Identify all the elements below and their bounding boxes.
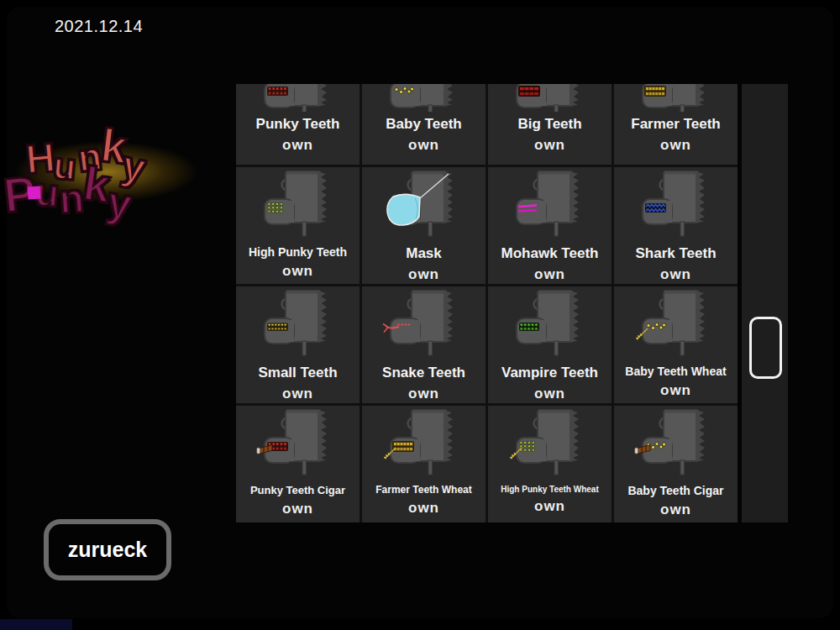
mohawk-item-image	[508, 169, 592, 241]
item-card[interactable]: Mohawk Teethown	[488, 167, 612, 284]
item-card[interactable]: Baby Teeth Wheatown	[614, 286, 738, 403]
item-name: Mohawk Teeth	[501, 246, 599, 262]
item-name: High Punky Teeth Wheat	[501, 485, 599, 494]
item-name: Farmer Teeth Wheat	[375, 485, 471, 496]
item-own-status: own	[660, 137, 691, 154]
small-item-image	[256, 288, 340, 360]
punky-item-image	[256, 84, 340, 112]
item-grid: Punky TeethownBaby TeethownBig TeethownF…	[236, 84, 738, 522]
shark-item-image	[634, 169, 718, 241]
item-name: Vampire Teeth	[501, 365, 598, 381]
big-item-image	[508, 84, 592, 112]
item-card[interactable]: Farmer Teethown	[614, 84, 738, 165]
item-own-status: own	[534, 266, 565, 283]
baby-item-image	[634, 407, 718, 480]
farmer-item-image	[382, 407, 466, 480]
date-label: 2021.12.14	[55, 17, 143, 36]
item-card[interactable]: Maskown	[362, 167, 486, 284]
scrollbar-track[interactable]	[742, 84, 788, 522]
back-button[interactable]: zurueck	[44, 519, 171, 580]
item-own-status: own	[408, 386, 439, 402]
item-own-status: own	[282, 137, 313, 154]
highpunky-item-image	[256, 169, 340, 241]
bottom-left-strip	[0, 619, 72, 630]
item-name: Snake Teeth	[382, 365, 465, 381]
baby-item-image	[634, 288, 718, 360]
item-name: Baby Teeth Cigar	[627, 485, 723, 497]
item-own-status: own	[534, 386, 565, 402]
farmer-item-image	[634, 84, 718, 112]
item-name: Big Teeth	[517, 117, 581, 133]
vampire-item-image	[508, 288, 592, 360]
scrollbar-thumb[interactable]	[749, 317, 782, 379]
punky-item-image	[256, 407, 340, 480]
item-card[interactable]: High Punky Teethown	[236, 167, 360, 284]
item-card[interactable]: Vampire Teethown	[488, 286, 612, 403]
item-own-status: own	[408, 137, 439, 154]
item-own-status: own	[282, 386, 313, 402]
item-card[interactable]: Shark Teethown	[614, 167, 738, 284]
item-name: Shark Teeth	[635, 246, 716, 262]
item-card[interactable]: Snake Teethown	[362, 286, 486, 403]
game-logo: Hunky Punky	[0, 114, 239, 228]
highpunky-item-image	[508, 407, 592, 480]
logo-pixel-square	[27, 186, 40, 199]
item-card[interactable]: Punky Teethown	[236, 84, 360, 165]
item-name: Baby Teeth	[386, 117, 461, 133]
mask-item-image	[382, 169, 466, 241]
item-card[interactable]: High Punky Teeth Wheatown	[488, 406, 612, 522]
item-own-status: own	[408, 266, 439, 283]
snake-item-image	[382, 288, 466, 360]
item-name: High Punky Teeth	[249, 246, 347, 259]
item-card[interactable]: Farmer Teeth Wheatown	[362, 406, 486, 522]
item-card[interactable]: Baby Teethown	[362, 84, 486, 165]
logo-word-punky: Punky	[3, 161, 133, 217]
item-name: Punky Teeth Cigar	[250, 485, 345, 496]
item-own-status: own	[660, 501, 691, 518]
item-name: Farmer Teeth	[631, 117, 720, 133]
item-own-status: own	[534, 498, 565, 515]
item-name: Small Teeth	[258, 365, 337, 381]
item-name: Mask	[406, 246, 442, 262]
item-own-status: own	[534, 137, 565, 154]
item-own-status: own	[282, 263, 313, 280]
item-card[interactable]: Big Teethown	[488, 84, 612, 165]
baby-item-image	[382, 84, 466, 112]
item-name: Punky Teeth	[256, 117, 340, 133]
item-own-status: own	[282, 501, 313, 517]
item-name: Baby Teeth Wheat	[625, 365, 726, 378]
item-own-status: own	[408, 500, 439, 517]
item-own-status: own	[660, 266, 691, 283]
item-card[interactable]: Baby Teeth Cigarown	[614, 406, 738, 522]
item-card[interactable]: Small Teethown	[236, 286, 360, 403]
item-own-status: own	[660, 382, 691, 399]
item-card[interactable]: Punky Teeth Cigarown	[236, 406, 360, 522]
